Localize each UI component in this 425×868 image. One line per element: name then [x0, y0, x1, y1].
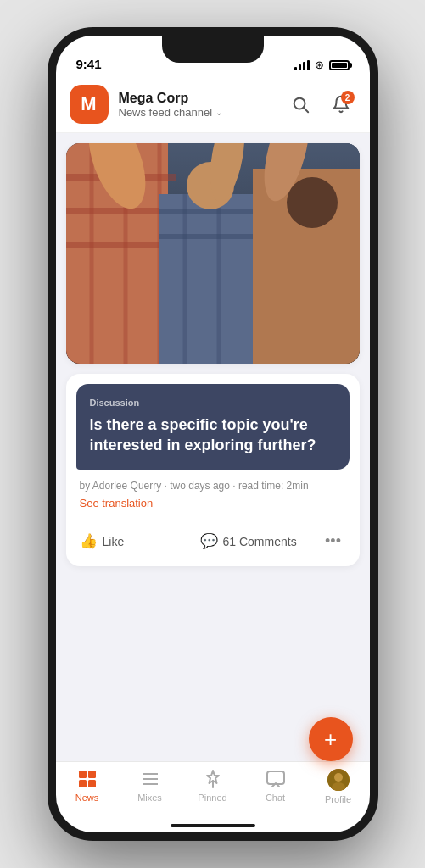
notch — [162, 36, 264, 63]
profile-avatar — [327, 769, 350, 791]
signal-icon — [294, 60, 310, 70]
header: M Mega Corp News feed channel ⌄ 2 — [56, 76, 370, 133]
svg-point-32 — [334, 773, 343, 782]
svg-rect-25 — [88, 780, 96, 787]
comments-button[interactable]: 💬 61 Comments — [200, 532, 321, 550]
nav-label-chat: Chat — [266, 793, 285, 803]
channel-name-label: News feed channel — [119, 106, 213, 119]
phone-frame: 9:41 ⊛ M Mega Corp News feed channel ⌄ — [48, 27, 378, 841]
nav-item-news[interactable]: News — [56, 769, 119, 803]
comments-label: 61 Comments — [223, 535, 297, 548]
discussion-text: Is there a specific topic you're interes… — [90, 415, 336, 456]
nav-item-pinned[interactable]: Pinned — [182, 769, 244, 803]
discussion-card[interactable]: Discussion Is there a specific topic you… — [66, 374, 360, 566]
company-logo: M — [70, 85, 109, 124]
svg-line-1 — [304, 108, 308, 112]
svg-rect-12 — [159, 194, 261, 364]
wifi-icon: ⊛ — [315, 58, 324, 71]
chevron-down-icon: ⌄ — [215, 108, 222, 117]
nav-item-profile[interactable]: Profile — [307, 769, 370, 804]
comment-icon: 💬 — [200, 532, 218, 550]
pinned-icon — [203, 769, 223, 789]
card-actions: 👍 Like 💬 61 Comments ••• — [66, 520, 360, 566]
fab-button[interactable]: + — [309, 717, 353, 761]
status-icons: ⊛ — [294, 58, 350, 71]
svg-rect-22 — [79, 771, 87, 778]
nav-item-mixes[interactable]: Mixes — [119, 769, 182, 803]
scene-decoration — [66, 143, 360, 364]
bottom-nav: News Mixes Pinned Chat — [56, 761, 370, 832]
nav-label-pinned: Pinned — [198, 793, 226, 803]
discussion-footer: by Adorlee Querry · two days ago · read … — [66, 470, 360, 520]
mixes-icon — [140, 769, 160, 789]
channel-name-row[interactable]: News feed channel ⌄ — [119, 106, 275, 119]
battery-icon — [329, 60, 350, 70]
nav-label-profile: Profile — [325, 794, 351, 804]
more-options-button[interactable]: ••• — [321, 529, 346, 554]
company-name: Mega Corp — [119, 91, 275, 106]
plus-icon: + — [324, 726, 337, 753]
like-icon: 👍 — [80, 532, 98, 550]
article-card[interactable]: Interesting facts Award-winning work fro… — [66, 143, 360, 364]
search-icon — [291, 95, 310, 114]
nav-label-news: News — [75, 793, 99, 803]
news-icon — [77, 769, 98, 789]
see-translation-button[interactable]: See translation — [80, 497, 346, 509]
discussion-meta: by Adorlee Querry · two days ago · read … — [80, 480, 346, 492]
nav-item-chat[interactable]: Chat — [244, 769, 307, 803]
discussion-bubble: Discussion Is there a specific topic you… — [76, 384, 350, 470]
header-actions: 2 — [285, 89, 356, 120]
svg-rect-30 — [267, 771, 284, 784]
home-indicator — [171, 824, 255, 827]
like-label: Like — [103, 535, 125, 548]
chat-icon — [266, 769, 286, 789]
notification-badge: 2 — [341, 91, 355, 104]
svg-rect-23 — [88, 771, 96, 778]
search-button[interactable] — [285, 89, 316, 120]
status-time: 9:41 — [76, 57, 102, 71]
svg-point-21 — [287, 177, 338, 228]
feed-scroll[interactable]: Interesting facts Award-winning work fro… — [56, 133, 370, 791]
header-text: Mega Corp News feed channel ⌄ — [119, 91, 275, 119]
svg-rect-24 — [79, 780, 87, 787]
like-button[interactable]: 👍 Like — [80, 532, 200, 550]
article-image: Interesting facts Award-winning work fro… — [66, 143, 360, 364]
notifications-button[interactable]: 2 — [326, 89, 356, 120]
discussion-label: Discussion — [90, 398, 336, 408]
nav-label-mixes: Mixes — [137, 793, 162, 803]
